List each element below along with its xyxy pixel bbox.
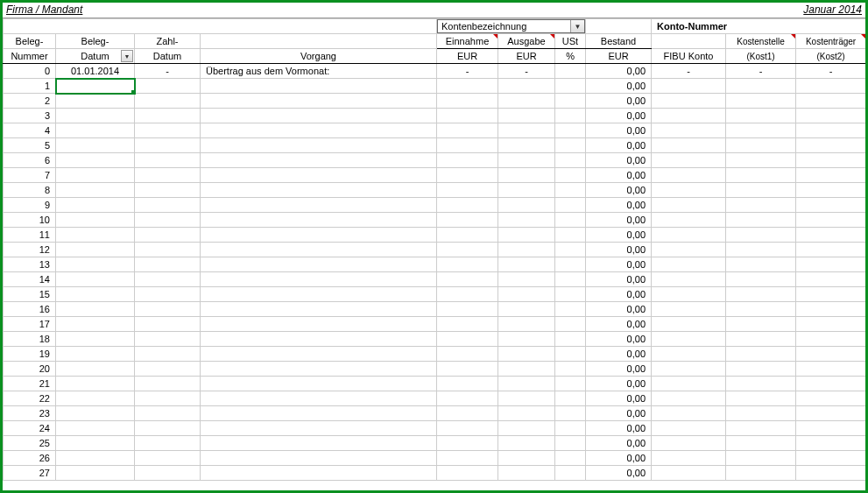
cell-kost1[interactable] [726, 362, 796, 377]
cell-zahl[interactable] [135, 391, 201, 406]
cell-kost1[interactable] [726, 153, 796, 168]
cell-ausgabe[interactable] [498, 466, 555, 481]
table-row[interactable]: 200,00 [4, 362, 866, 377]
cell-num[interactable]: 1 [4, 79, 56, 94]
cell-fibu[interactable] [652, 79, 726, 94]
cell-zahl[interactable] [135, 257, 201, 272]
cell-zahl[interactable] [135, 466, 201, 481]
cell-einnahme[interactable] [437, 362, 498, 377]
cell-fibu[interactable] [652, 153, 726, 168]
cell-fibu[interactable] [652, 94, 726, 109]
cell-kost1[interactable] [726, 243, 796, 257]
konto-dropdown[interactable]: Kontenbezeichnung ▼ [437, 19, 585, 33]
cell-kost1[interactable] [726, 183, 796, 198]
cell-kost1[interactable] [726, 302, 796, 317]
cell-datum[interactable]: 01.01.2014 [56, 64, 135, 79]
cell-vorgang[interactable] [201, 213, 437, 228]
cell-bestand[interactable]: 0,00 [586, 466, 652, 481]
cell-bestand[interactable]: 0,00 [586, 183, 652, 198]
cell-bestand[interactable]: 0,00 [586, 436, 652, 451]
cell-datum[interactable] [56, 153, 135, 168]
cell-num[interactable]: 16 [4, 302, 56, 317]
cell-ausgabe[interactable] [498, 436, 555, 451]
cell-num[interactable]: 26 [4, 451, 56, 466]
cell-datum[interactable] [56, 257, 135, 272]
cell-einnahme[interactable] [437, 377, 498, 391]
cell-bestand[interactable]: 0,00 [586, 123, 652, 138]
cell-datum[interactable] [56, 347, 135, 362]
cell-kost2[interactable] [796, 257, 866, 272]
cell-bestand[interactable]: 0,00 [586, 213, 652, 228]
cell-ausgabe[interactable]: - [498, 64, 555, 79]
table-row[interactable]: 0 01.01.2014 - Übertrag aus dem Vormonat… [4, 64, 866, 79]
cell-num[interactable]: 20 [4, 362, 56, 377]
cell-zahl[interactable] [135, 332, 201, 347]
cell-einnahme[interactable] [437, 228, 498, 243]
cell-ust[interactable] [555, 347, 586, 362]
table-row[interactable]: 80,00 [4, 183, 866, 198]
cell-vorgang[interactable] [201, 391, 437, 406]
table-row[interactable]: 160,00 [4, 302, 866, 317]
cell-num[interactable]: 23 [4, 406, 56, 421]
cell-fibu[interactable] [652, 228, 726, 243]
cell-kost1[interactable] [726, 94, 796, 109]
cell-ausgabe[interactable] [498, 257, 555, 272]
cell-num[interactable]: 18 [4, 332, 56, 347]
cell-ust[interactable] [555, 466, 586, 481]
cell-ust[interactable] [555, 228, 586, 243]
cell-ausgabe[interactable] [498, 138, 555, 153]
cell-num[interactable]: 6 [4, 153, 56, 168]
cell-num[interactable]: 13 [4, 257, 56, 272]
cell-kost2[interactable] [796, 213, 866, 228]
cell-datum[interactable] [56, 109, 135, 123]
table-row[interactable]: 110,00 [4, 228, 866, 243]
table-row[interactable]: 240,00 [4, 421, 866, 436]
cell-kost1[interactable] [726, 317, 796, 332]
cell-fibu[interactable] [652, 257, 726, 272]
cell-einnahme[interactable] [437, 421, 498, 436]
cell-vorgang[interactable] [201, 183, 437, 198]
cell-ausgabe[interactable] [498, 332, 555, 347]
cell-num[interactable]: 11 [4, 228, 56, 243]
table-row[interactable]: 50,00 [4, 138, 866, 153]
table-row[interactable]: 270,00 [4, 466, 866, 481]
cell-fibu[interactable] [652, 391, 726, 406]
cell-bestand[interactable]: 0,00 [586, 451, 652, 466]
cell-num[interactable]: 3 [4, 109, 56, 123]
cell-zahl[interactable] [135, 79, 201, 94]
cell-vorgang[interactable] [201, 347, 437, 362]
table-row[interactable]: 150,00 [4, 287, 866, 302]
cell-ausgabe[interactable] [498, 213, 555, 228]
cell-zahl[interactable] [135, 183, 201, 198]
cell-vorgang[interactable] [201, 302, 437, 317]
cell-datum[interactable] [56, 272, 135, 287]
cell-zahl[interactable] [135, 317, 201, 332]
cell-num[interactable]: 2 [4, 94, 56, 109]
cell-fibu[interactable] [652, 183, 726, 198]
cell-bestand[interactable]: 0,00 [586, 302, 652, 317]
cell-kost2[interactable] [796, 362, 866, 377]
cell-bestand[interactable]: 0,00 [586, 243, 652, 257]
cell-zahl[interactable] [135, 302, 201, 317]
cell-kost2[interactable] [796, 198, 866, 213]
cell-datum[interactable] [56, 406, 135, 421]
cell-einnahme[interactable] [437, 183, 498, 198]
cell-kost2[interactable] [796, 377, 866, 391]
cell-num[interactable]: 12 [4, 243, 56, 257]
table-row[interactable]: 70,00 [4, 168, 866, 183]
cell-einnahme[interactable] [437, 198, 498, 213]
cell-kost1[interactable] [726, 213, 796, 228]
cell-ust[interactable] [555, 123, 586, 138]
cell-ust[interactable] [555, 421, 586, 436]
cell-ust[interactable] [555, 138, 586, 153]
cell-kost1[interactable] [726, 391, 796, 406]
cell-datum[interactable] [56, 228, 135, 243]
cell-zahl[interactable] [135, 421, 201, 436]
cell-vorgang[interactable] [201, 466, 437, 481]
cell-zahl[interactable] [135, 213, 201, 228]
cell-kost1[interactable] [726, 421, 796, 436]
cell-vorgang[interactable] [201, 332, 437, 347]
cell-fibu[interactable] [652, 362, 726, 377]
cell-einnahme[interactable] [437, 213, 498, 228]
cell-ust[interactable] [555, 302, 586, 317]
